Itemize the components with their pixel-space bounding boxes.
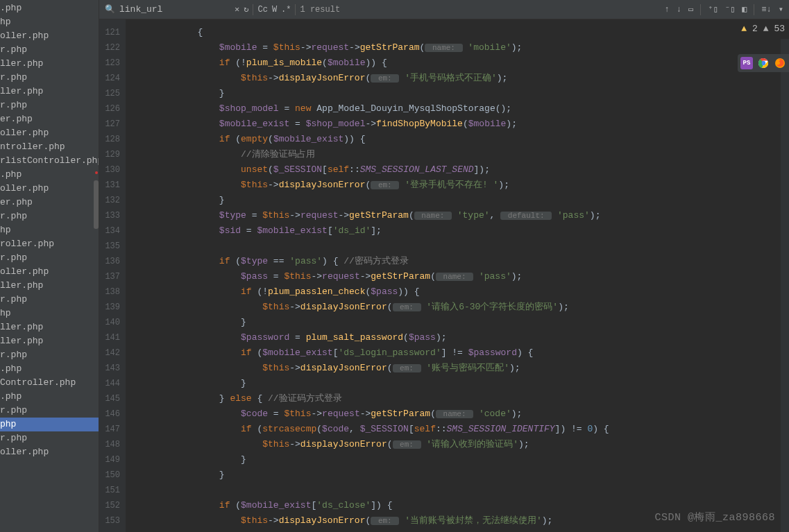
line-number: 148 xyxy=(99,437,120,452)
firefox-icon[interactable] xyxy=(774,57,786,69)
file-tree-item[interactable]: oller.php xyxy=(0,182,99,196)
code-content[interactable]: { $mobile = $this->request->getStrParam(… xyxy=(126,19,789,532)
file-tree-item[interactable]: r.php xyxy=(0,348,99,362)
select-all-icon[interactable]: ▭ xyxy=(688,4,693,15)
add-selection-icon[interactable]: ⁺▯ xyxy=(708,4,718,15)
code-line[interactable]: $this->displayJsonError( em: '手机号码格式不正确'… xyxy=(133,71,789,86)
file-tree-item[interactable]: .php xyxy=(0,168,99,182)
code-line[interactable]: unset($_SESSION[self::SMS_SESSION_LAST_S… xyxy=(133,162,789,178)
code-line[interactable]: $this->displayJsonError( em: '请输入收到的验证码'… xyxy=(133,437,789,452)
line-number: 136 xyxy=(99,254,120,269)
code-line[interactable]: } xyxy=(133,452,789,467)
file-tree-sidebar[interactable]: .phphpoller.phpr.phpller.phpr.phpller.ph… xyxy=(0,0,99,532)
prev-match-icon[interactable]: ↑ xyxy=(665,5,670,15)
phpstorm-icon[interactable]: PS xyxy=(740,57,753,69)
chrome-icon[interactable] xyxy=(757,57,770,69)
file-tree-item[interactable]: oller.php xyxy=(0,29,99,43)
file-tree-item[interactable]: .php xyxy=(0,362,99,376)
filter-icon[interactable]: ▾ xyxy=(779,4,783,15)
file-tree-item[interactable]: hp xyxy=(0,307,99,320)
code-line[interactable]: $sid = $mobile_exist['ds_id']; xyxy=(133,223,789,239)
words-icon[interactable]: W xyxy=(272,5,277,15)
file-tree-item[interactable]: php xyxy=(0,418,99,431)
code-line[interactable]: } xyxy=(133,86,789,101)
line-number: 134 xyxy=(99,223,120,239)
file-tree-item[interactable]: oller.php xyxy=(0,265,99,279)
file-tree-item[interactable]: r.php xyxy=(0,98,99,112)
code-line[interactable]: $this->displayJsonError( em: '请输入6-30个字符… xyxy=(133,300,789,315)
code-line[interactable]: if ($mobile_exist['ds_close']) { xyxy=(133,498,789,513)
code-line[interactable]: } xyxy=(133,376,789,391)
file-tree-item[interactable]: .php xyxy=(0,390,99,404)
settings-icon[interactable]: ≡↓ xyxy=(761,5,771,15)
search-input[interactable] xyxy=(119,4,230,15)
sidebar-scrollbar[interactable] xyxy=(94,180,99,229)
regex-icon[interactable]: .* xyxy=(281,5,291,15)
code-line[interactable]: { xyxy=(133,25,789,40)
file-tree-item[interactable]: hp xyxy=(0,15,99,29)
line-number: 153 xyxy=(99,513,120,529)
code-line[interactable]: $shop_model = new App_Model_Douyin_Mysql… xyxy=(133,101,789,117)
code-line[interactable]: $this->displayJsonError( em: '当前账号被封禁，无法… xyxy=(133,513,789,529)
next-match-icon[interactable]: ↓ xyxy=(677,5,681,15)
clear-search-icon[interactable]: ✕ xyxy=(235,4,239,15)
editor-scrollbar[interactable] xyxy=(781,39,789,532)
file-tree-item[interactable]: ller.php xyxy=(0,334,99,348)
code-line[interactable]: $code = $this->request->getStrParam( nam… xyxy=(133,406,789,422)
file-tree-item[interactable]: r.php xyxy=(0,209,99,223)
line-number: 138 xyxy=(99,284,120,300)
code-line[interactable]: if (empty($mobile_exist)) { xyxy=(133,132,789,147)
code-line[interactable] xyxy=(133,483,789,498)
file-tree-item[interactable]: r.php xyxy=(0,293,99,307)
code-line[interactable] xyxy=(133,239,789,254)
file-tree-item[interactable]: ller.php xyxy=(0,279,99,293)
code-line[interactable]: $mobile_exist = $shop_model->findShopByM… xyxy=(133,117,789,132)
code-line[interactable]: } xyxy=(133,467,789,483)
line-number: 135 xyxy=(99,239,120,254)
file-tree-item[interactable]: Controller.php xyxy=(0,376,99,390)
file-tree-item[interactable]: rlistController.php xyxy=(0,154,99,168)
file-tree-item[interactable]: r.php xyxy=(0,404,99,418)
toggle-icon[interactable]: ◧ xyxy=(742,4,747,15)
file-tree-item[interactable]: ntroller.php xyxy=(0,140,99,154)
code-line[interactable]: } xyxy=(133,315,789,330)
code-line[interactable]: $this->displayJsonError( em: '登录手机号不存在! … xyxy=(133,178,789,193)
select-occurrences-icon[interactable]: ⁻▯ xyxy=(725,4,735,15)
find-toolbar: 🔍 ✕ ↻ Cc W .* 1 result ↑ ↓ ▭ ⁺▯ ⁻▯ ◧ ≡↓ … xyxy=(99,0,789,19)
code-line[interactable]: $mobile = $this->request->getStrParam( n… xyxy=(133,40,789,55)
code-line[interactable]: if (!plum_is_mobile($mobile)) { xyxy=(133,55,789,71)
code-line[interactable]: if ($type == 'pass') { //密码方式登录 xyxy=(133,254,789,269)
code-line[interactable]: if ($mobile_exist['ds_login_password'] !… xyxy=(133,345,789,361)
right-tool-dock: PS xyxy=(738,54,789,72)
file-tree-item[interactable]: r.php xyxy=(0,43,99,57)
code-line[interactable]: if (!plum_passlen_check($pass)) { xyxy=(133,284,789,300)
file-tree-item[interactable]: ller.php xyxy=(0,57,99,71)
file-tree-item[interactable]: hp xyxy=(0,223,99,237)
file-tree-item[interactable]: oller.php xyxy=(0,445,99,459)
history-icon[interactable]: ↻ xyxy=(244,4,248,15)
file-tree-item[interactable]: r.php xyxy=(0,71,99,85)
file-tree-item[interactable]: er.php xyxy=(0,112,99,126)
code-editor[interactable]: 1211221231241251261271281291301311321331… xyxy=(99,19,789,532)
code-line[interactable]: if (strcasecmp($code, $_SESSION[self::SM… xyxy=(133,422,789,437)
match-case-icon[interactable]: Cc xyxy=(257,5,267,15)
code-line[interactable]: //清除验证码占用 xyxy=(133,147,789,162)
code-line[interactable]: $pass = $this->request->getStrParam( nam… xyxy=(133,269,789,284)
file-tree-item[interactable]: ller.php xyxy=(0,320,99,334)
code-line[interactable]: $this->displayJsonError( em: '账号与密码不匹配')… xyxy=(133,361,789,376)
file-tree-item[interactable]: r.php xyxy=(0,431,99,445)
file-tree-item[interactable]: roller.php xyxy=(0,237,99,251)
line-number: 133 xyxy=(99,208,120,223)
file-tree-item[interactable]: ller.php xyxy=(0,85,99,98)
file-tree-item[interactable]: er.php xyxy=(0,196,99,209)
code-line[interactable]: $type = $this->request->getStrParam( nam… xyxy=(133,208,789,223)
vcs-change-marker xyxy=(95,171,98,174)
inspection-status[interactable]: ▲ 2 ▲ 53 xyxy=(741,24,785,34)
file-tree-item[interactable]: r.php xyxy=(0,251,99,265)
code-line[interactable]: $password = plum_salt_password($pass); xyxy=(133,330,789,345)
line-number: 125 xyxy=(99,86,120,101)
code-line[interactable]: } else { //验证码方式登录 xyxy=(133,391,789,406)
code-line[interactable]: } xyxy=(133,193,789,208)
file-tree-item[interactable]: oller.php xyxy=(0,126,99,140)
file-tree-item[interactable]: .php xyxy=(0,1,99,15)
